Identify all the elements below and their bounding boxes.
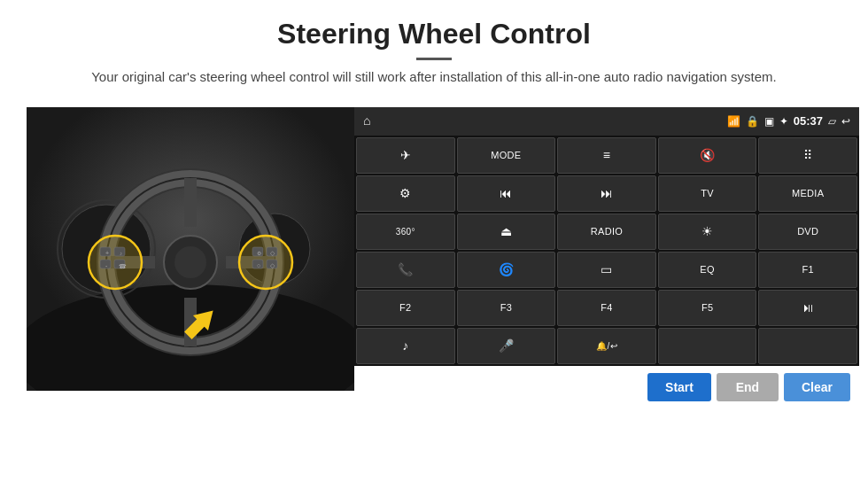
- lock-icon: 🔒: [746, 115, 759, 128]
- btn-prev[interactable]: ⏮: [457, 175, 556, 212]
- status-bar: ⌂ 📶 🔒 ▣ ✦ 05:37 ▱ ↩: [354, 107, 859, 136]
- btn-mode[interactable]: MODE: [457, 137, 556, 174]
- svg-text:♪: ♪: [120, 251, 122, 256]
- wifi-icon: 📶: [727, 115, 740, 128]
- control-panel-wrapper: ⌂ 📶 🔒 ▣ ✦ 05:37 ▱ ↩ ✈: [354, 107, 859, 408]
- start-button[interactable]: Start: [647, 373, 711, 401]
- bluetooth-icon: ✦: [779, 115, 788, 128]
- svg-point-14: [174, 246, 206, 278]
- cast-icon: ▱: [828, 115, 836, 128]
- clock-display: 05:37: [794, 114, 823, 128]
- btn-f1[interactable]: F1: [758, 252, 857, 288]
- btn-navigation[interactable]: ✈: [356, 137, 455, 174]
- btn-phone[interactable]: 📞: [356, 252, 455, 288]
- svg-text:○: ○: [257, 262, 260, 268]
- btn-settings[interactable]: ⚙: [356, 175, 455, 212]
- btn-nav2[interactable]: 🌀: [457, 252, 556, 288]
- action-bar: Start End Clear: [354, 366, 859, 408]
- btn-f5[interactable]: F5: [658, 290, 757, 326]
- btn-f3[interactable]: F3: [457, 290, 556, 326]
- title-divider: [416, 58, 452, 60]
- btn-brightness[interactable]: ☀: [658, 214, 757, 250]
- btn-f2[interactable]: F2: [356, 290, 455, 326]
- btn-tv[interactable]: TV: [658, 175, 757, 212]
- btn-screen[interactable]: ▭: [557, 252, 656, 288]
- btn-eq[interactable]: EQ: [658, 252, 757, 288]
- btn-dvd[interactable]: DVD: [758, 214, 857, 250]
- btn-mute[interactable]: 🔇: [658, 137, 757, 174]
- btn-call[interactable]: 🔔/↩: [557, 328, 656, 364]
- btn-radio[interactable]: RADIO: [557, 214, 656, 250]
- btn-playpause[interactable]: ⏯: [758, 290, 857, 326]
- btn-eject[interactable]: ⏏: [457, 214, 556, 250]
- page-title: Steering Wheel Control: [91, 18, 777, 51]
- status-left: ⌂: [363, 114, 370, 128]
- title-section: Steering Wheel Control Your original car…: [91, 18, 777, 100]
- svg-point-24: [239, 236, 292, 289]
- steering-wheel-image: 120 +: [27, 107, 354, 391]
- clear-button[interactable]: Clear: [784, 373, 850, 401]
- btn-menu[interactable]: ≡: [557, 137, 656, 174]
- btn-music[interactable]: ♪: [356, 328, 455, 364]
- btn-apps[interactable]: ⠿: [758, 137, 857, 174]
- btn-f4[interactable]: F4: [557, 290, 656, 326]
- page-container: Steering Wheel Control Your original car…: [0, 0, 868, 482]
- back-icon: ↩: [841, 115, 850, 128]
- button-grid: ✈ MODE ≡ 🔇 ⠿ ⚙ ⏮ ⏭ TV MEDIA 360° ⏏ RADIO…: [354, 136, 859, 366]
- svg-text:☎: ☎: [119, 263, 127, 269]
- sd-icon: ▣: [764, 115, 774, 128]
- page-subtitle: Your original car's steering wheel contr…: [91, 67, 777, 88]
- home-icon: ⌂: [363, 114, 370, 128]
- btn-empty1[interactable]: [658, 328, 757, 364]
- btn-empty2[interactable]: [758, 328, 857, 364]
- btn-mic[interactable]: 🎤: [457, 328, 556, 364]
- svg-text:⚙: ⚙: [257, 251, 261, 256]
- btn-next[interactable]: ⏭: [557, 175, 656, 212]
- end-button[interactable]: End: [717, 373, 779, 401]
- status-right: 📶 🔒 ▣ ✦ 05:37 ▱ ↩: [727, 114, 850, 128]
- svg-text:+: +: [105, 250, 109, 256]
- control-panel: ⌂ 📶 🔒 ▣ ✦ 05:37 ▱ ↩ ✈: [354, 107, 859, 366]
- btn-camera[interactable]: 360°: [356, 214, 455, 250]
- btn-media[interactable]: MEDIA: [758, 175, 857, 212]
- content-row: 120 +: [27, 107, 841, 408]
